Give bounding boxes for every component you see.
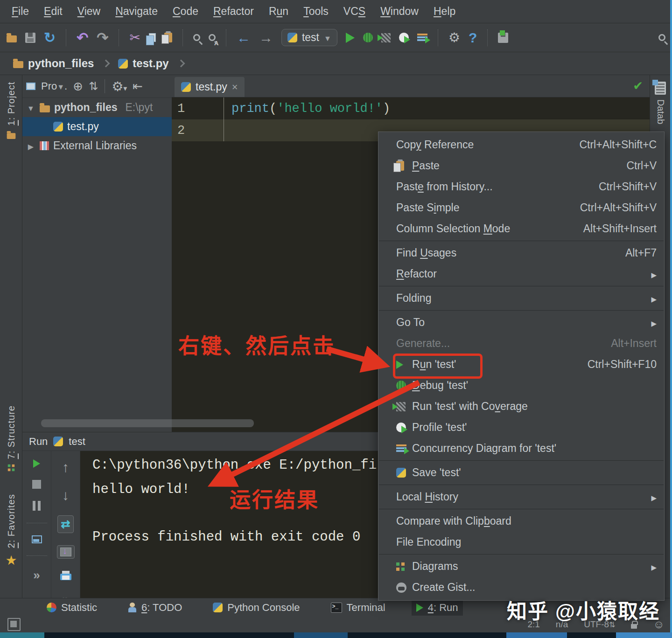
menu-item-profile-test[interactable]: Profile 'test'	[378, 417, 664, 438]
tab-testpy[interactable]: test.py	[175, 77, 245, 97]
rerun-icon[interactable]	[33, 459, 40, 468]
menu-item-paste-simple[interactable]: Paste Simple Ctrl+Alt+Shift+V	[378, 197, 664, 218]
profile-icon[interactable]	[399, 33, 409, 42]
submenu-arrow-icon	[651, 268, 657, 280]
undo-icon[interactable]	[77, 29, 88, 46]
toolwindow-python-console-button[interactable]: Python Console	[208, 600, 304, 616]
breadcrumb-folder[interactable]: python_files	[13, 57, 94, 70]
print-icon[interactable]	[60, 574, 71, 580]
lock-icon[interactable]	[631, 624, 637, 629]
tree-expand-icon[interactable]	[26, 101, 35, 114]
run-configuration-select[interactable]: test	[281, 29, 337, 46]
menu-navigate[interactable]: Navigate	[108, 2, 165, 21]
save-icon[interactable]	[25, 33, 35, 43]
tree-row-external-libraries[interactable]: External Libraries	[22, 136, 172, 155]
panel-settings[interactable]	[112, 79, 127, 94]
collapse-all-icon[interactable]	[89, 80, 98, 93]
save-all-icon[interactable]	[498, 33, 508, 43]
menu-item-compare-with-clipboard[interactable]: Compare with Clipboard	[378, 511, 664, 532]
breadcrumb: python_files test.py	[0, 52, 672, 75]
python-icon	[396, 468, 406, 478]
open-icon[interactable]	[7, 35, 17, 42]
star-icon: ★	[5, 553, 17, 568]
menu-item-folding[interactable]: Folding	[378, 288, 664, 309]
menu-refactor[interactable]: Refactor	[206, 2, 261, 21]
menu-item-go-to[interactable]: Go To	[378, 312, 664, 333]
soft-wrap-toggle[interactable]	[57, 515, 73, 533]
more-actions-icon[interactable]	[33, 568, 40, 583]
toolwindow-todo-button[interactable]: 6: TODO	[123, 600, 187, 616]
menu-file[interactable]: File	[5, 2, 36, 21]
run-icon[interactable]	[346, 33, 355, 43]
back-icon[interactable]	[237, 30, 251, 46]
project-icon	[7, 133, 16, 139]
menu-vcs[interactable]: VCS	[336, 2, 372, 21]
find-icon[interactable]	[193, 34, 200, 41]
menu-window[interactable]: Window	[373, 2, 426, 21]
main-toolbar: test	[0, 23, 672, 52]
scroll-to-end-toggle[interactable]	[57, 545, 75, 559]
toolwindow-structure-button[interactable]: 7: Structure	[0, 405, 22, 472]
menu-code[interactable]: Code	[166, 2, 205, 21]
toolwindow-run-button[interactable]: 4: Run	[412, 600, 463, 616]
editor-tab-bar: test.py	[172, 75, 650, 97]
menu-item-local-history[interactable]: Local History	[378, 486, 664, 507]
menu-tools[interactable]: Tools	[296, 2, 336, 21]
toolwindow-project-button[interactable]: 1: Project	[0, 82, 22, 139]
search-everywhere-icon[interactable]	[658, 34, 665, 41]
forward-icon[interactable]	[259, 30, 273, 46]
close-tab-icon[interactable]	[232, 81, 238, 93]
menu-item-copy-reference[interactable]: Copy Reference Ctrl+Alt+Shift+C	[378, 134, 664, 155]
toolwindow-switcher-icon[interactable]	[7, 618, 21, 631]
menu-edit[interactable]: Edit	[37, 2, 70, 21]
menu-item-run-test-with-coverage[interactable]: Run 'test' with Coverage	[378, 396, 664, 417]
editor-line-1[interactable]: 1 print('hello world!')	[172, 97, 650, 119]
down-stack-icon[interactable]	[62, 487, 69, 503]
menu-help[interactable]: Help	[427, 2, 462, 21]
menu-item-paste[interactable]: Paste Ctrl+V	[378, 155, 664, 176]
hide-panel-icon[interactable]	[133, 79, 143, 94]
menu-run[interactable]: Run	[262, 2, 295, 21]
help-icon[interactable]	[469, 30, 477, 46]
paste-icon[interactable]	[164, 33, 172, 42]
menu-item-file-encoding[interactable]: File Encoding	[378, 532, 664, 553]
tree-collapse-icon[interactable]	[26, 139, 35, 152]
menu-item-refactor[interactable]: Refactor	[378, 264, 664, 284]
debug-icon[interactable]	[363, 33, 373, 42]
cut-icon[interactable]	[129, 30, 140, 45]
toolwindow-database-button[interactable]: Datab	[650, 82, 671, 124]
menu-item-find-usages[interactable]: Find Usages Alt+F7	[378, 243, 664, 264]
replace-icon[interactable]	[209, 34, 216, 41]
project-view-selector[interactable]: Pro.	[41, 80, 67, 92]
structure-toolwindow-label: 7: Structure	[6, 405, 17, 459]
settings-icon[interactable]	[448, 30, 460, 45]
menu-item-save-test[interactable]: Save 'test'	[378, 462, 664, 483]
menu-item-concurrency-diagram[interactable]: Concurrency Diagram for 'test'	[378, 438, 664, 459]
menu-item-paste-from-history[interactable]: Paste from History... Ctrl+Shift+V	[378, 176, 664, 197]
stop-icon[interactable]	[32, 480, 41, 489]
redo-icon[interactable]	[97, 29, 108, 46]
horizontal-scrollbar-thumb[interactable]	[41, 419, 254, 427]
sync-icon[interactable]	[44, 29, 56, 46]
submenu-arrow-icon	[651, 292, 657, 305]
tree-row-python-files[interactable]: python_files E:\pyt	[22, 98, 172, 117]
menu-view[interactable]: View	[70, 2, 107, 21]
breadcrumb-file[interactable]: test.py	[118, 57, 168, 70]
toolwindow-favorites-button[interactable]: 2: Favorites ★	[0, 494, 22, 568]
menu-separator	[379, 509, 664, 509]
copy-icon[interactable]	[149, 33, 156, 42]
up-stack-icon[interactable]	[62, 459, 69, 475]
restore-layout-icon[interactable]	[32, 535, 42, 543]
coverage-icon[interactable]	[381, 33, 391, 42]
menu-separator	[379, 286, 664, 286]
run-config-name: test	[69, 436, 85, 448]
toolwindow-terminal-button[interactable]: Terminal	[326, 600, 390, 616]
menu-item-diagrams[interactable]: Diagrams	[378, 556, 664, 577]
tree-row-testpy[interactable]: test.py	[22, 117, 172, 136]
diagrams-icon	[396, 562, 405, 571]
concurrency-icon[interactable]	[417, 34, 427, 42]
toolwindow-statistic-button[interactable]: Statistic	[42, 600, 102, 616]
pause-icon[interactable]	[33, 501, 41, 511]
menu-item-column-selection-mode[interactable]: Column Selection Mode Alt+Shift+Insert	[378, 218, 664, 239]
locate-icon[interactable]	[73, 79, 83, 94]
